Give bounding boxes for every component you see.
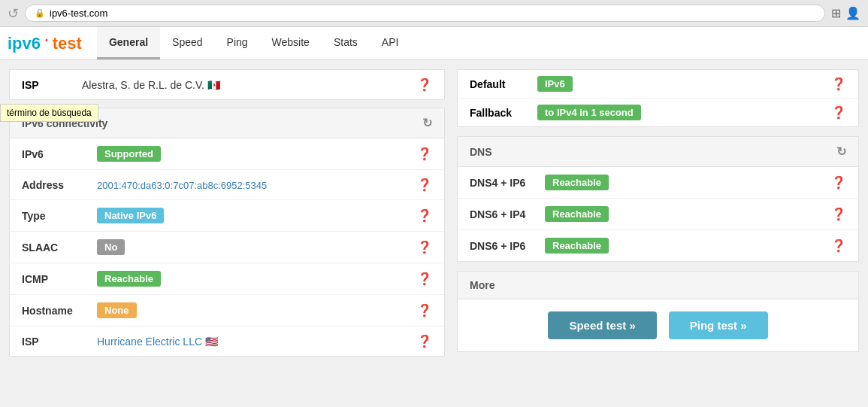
row-slaac-value: No bbox=[97, 239, 417, 255]
row-slaac: SLAAC No ❓ bbox=[10, 232, 444, 263]
search-tooltip: término de búsqueda bbox=[0, 104, 98, 122]
person-icon[interactable]: 👤 bbox=[845, 6, 860, 20]
dns6-ip6-info[interactable]: ❓ bbox=[831, 238, 846, 253]
logo: ipv6 • test bbox=[8, 34, 82, 53]
supported-badge: Supported bbox=[97, 146, 161, 162]
speed-test-button[interactable]: Speed test » bbox=[548, 311, 656, 339]
isp-label: ISP bbox=[22, 79, 82, 91]
dns-header: DNS ↻ bbox=[458, 137, 858, 167]
dns6-ip6-row: DNS6 + IP6 Reachable ❓ bbox=[458, 230, 858, 261]
row-isp-card-label: ISP bbox=[22, 336, 97, 348]
row-hostname-label: Hostname bbox=[22, 305, 97, 317]
row-type-label: Type bbox=[22, 210, 97, 222]
fallback-value: to IPv4 in 1 second bbox=[537, 105, 831, 120]
row-isp-card-info[interactable]: ❓ bbox=[417, 334, 432, 348]
tab-api[interactable]: API bbox=[370, 27, 411, 59]
fallback-badge: to IPv4 in 1 second bbox=[537, 105, 641, 120]
row-address-info[interactable]: ❓ bbox=[417, 178, 432, 192]
logo-ipv6: ipv6 bbox=[8, 34, 41, 53]
ipv6-connectivity-card: IPv6 connectivity ↻ IPv6 Supported ❓ Add… bbox=[9, 108, 445, 357]
type-badge: Native IPv6 bbox=[97, 208, 164, 223]
dns6-ip4-label: DNS6 + IP4 bbox=[470, 208, 545, 220]
row-type-value: Native IPv6 bbox=[97, 208, 417, 223]
fallback-row: Fallback to IPv4 in 1 second ❓ bbox=[458, 99, 858, 126]
row-icmp-info[interactable]: ❓ bbox=[417, 272, 432, 286]
address-bar[interactable]: 🔒 ipv6-test.com bbox=[25, 5, 825, 22]
right-panel: Default IPv6 ❓ Fallback to IPv4 in 1 sec… bbox=[457, 69, 859, 366]
address-link[interactable]: 2001:470:da63:0:7c07:ab8c:6952:5345 bbox=[97, 180, 267, 191]
isp-info-icon[interactable]: ❓ bbox=[417, 77, 432, 92]
browser-icons: ⊞ 👤 bbox=[831, 6, 860, 20]
back-button[interactable]: ↺ bbox=[8, 5, 19, 22]
row-ipv6-info[interactable]: ❓ bbox=[417, 147, 432, 161]
tab-stats[interactable]: Stats bbox=[322, 27, 370, 59]
connection-section: Default IPv6 ❓ Fallback to IPv4 in 1 sec… bbox=[457, 69, 859, 127]
dns6-ip4-value: Reachable bbox=[545, 206, 831, 222]
dns-refresh-icon[interactable]: ↻ bbox=[836, 144, 846, 159]
row-type: Type Native IPv6 ❓ bbox=[10, 200, 444, 232]
dns6-ip4-row: DNS6 + IP4 Reachable ❓ bbox=[458, 199, 858, 230]
dns6-ip6-value: Reachable bbox=[545, 238, 831, 254]
isp-value: Alestra, S. de R.L. de C.V. 🇲🇽 bbox=[82, 79, 417, 91]
dns-section: DNS ↻ DNS4 + IP6 Reachable ❓ DNS6 + IP4 … bbox=[457, 136, 859, 262]
slaac-badge: No bbox=[97, 239, 125, 255]
row-hostname-info[interactable]: ❓ bbox=[417, 303, 432, 317]
fallback-label: Fallback bbox=[470, 107, 537, 119]
row-type-info[interactable]: ❓ bbox=[417, 208, 432, 223]
hostname-badge: None bbox=[97, 302, 137, 318]
row-icmp-value: Reachable bbox=[97, 271, 417, 287]
tab-speed[interactable]: Speed bbox=[160, 27, 214, 59]
icmp-badge: Reachable bbox=[97, 271, 161, 287]
logo-test: test bbox=[53, 34, 82, 53]
dns6-ip4-badge: Reachable bbox=[545, 206, 609, 222]
dns4-ip6-value: Reachable bbox=[545, 175, 831, 190]
row-icmp: ICMP Reachable ❓ bbox=[10, 263, 444, 295]
dns4-ip6-label: DNS4 + IP6 bbox=[470, 177, 545, 189]
dns4-ip6-row: DNS4 + IP6 Reachable ❓ bbox=[458, 167, 858, 199]
nav-bar: ipv6 • test General Speed Ping Website S… bbox=[0, 27, 868, 60]
default-label: Default bbox=[470, 78, 537, 90]
row-isp-card-value: Hurricane Electric LLC 🇺🇸 bbox=[97, 336, 417, 348]
tab-ping[interactable]: Ping bbox=[215, 27, 260, 59]
main-content: ISP Alestra, S. de R.L. de C.V. 🇲🇽 ❓ IPv… bbox=[0, 60, 868, 375]
row-icmp-label: ICMP bbox=[22, 273, 97, 285]
fallback-info[interactable]: ❓ bbox=[831, 105, 846, 120]
row-address-label: Address bbox=[22, 179, 97, 191]
tab-website[interactable]: Website bbox=[260, 27, 322, 59]
isp-row: ISP Alestra, S. de R.L. de C.V. 🇲🇽 ❓ bbox=[9, 69, 445, 100]
more-header: More bbox=[458, 272, 858, 299]
row-slaac-info[interactable]: ❓ bbox=[417, 240, 432, 254]
logo-dot: • bbox=[45, 35, 48, 44]
dns6-ip6-badge: Reachable bbox=[545, 238, 609, 254]
default-badge: IPv6 bbox=[537, 76, 573, 92]
row-isp-card: ISP Hurricane Electric LLC 🇺🇸 ❓ bbox=[10, 327, 444, 356]
ping-test-button[interactable]: Ping test » bbox=[669, 311, 768, 339]
tab-general[interactable]: General bbox=[97, 27, 160, 59]
lock-icon: 🔒 bbox=[35, 8, 45, 18]
grid-icon[interactable]: ⊞ bbox=[831, 6, 841, 20]
default-info[interactable]: ❓ bbox=[831, 77, 846, 91]
nav-tabs: General Speed Ping Website Stats API bbox=[97, 27, 410, 59]
row-ipv6: IPv6 Supported ❓ bbox=[10, 138, 444, 170]
dns4-ip6-badge: Reachable bbox=[545, 175, 609, 190]
more-body: Speed test » Ping test » bbox=[458, 299, 858, 351]
row-address: Address 2001:470:da63:0:7c07:ab8c:6952:5… bbox=[10, 170, 444, 200]
row-hostname-value: None bbox=[97, 302, 417, 318]
dns6-ip4-info[interactable]: ❓ bbox=[831, 207, 846, 221]
dns6-ip6-label: DNS6 + IP6 bbox=[470, 240, 545, 252]
row-address-value: 2001:470:da63:0:7c07:ab8c:6952:5345 bbox=[97, 179, 417, 191]
browser-bar: ↺ 🔒 ipv6-test.com ⊞ 👤 bbox=[0, 0, 868, 27]
row-ipv6-value: Supported bbox=[97, 146, 417, 162]
default-row: Default IPv6 ❓ bbox=[458, 70, 858, 99]
row-slaac-label: SLAAC bbox=[22, 241, 97, 254]
dns4-ip6-info[interactable]: ❓ bbox=[831, 175, 846, 190]
url-text: ipv6-test.com bbox=[50, 8, 107, 19]
more-section: More Speed test » Ping test » bbox=[457, 271, 859, 352]
default-value: IPv6 bbox=[537, 76, 831, 92]
refresh-icon[interactable]: ↻ bbox=[422, 116, 432, 130]
row-ipv6-label: IPv6 bbox=[22, 148, 97, 160]
row-hostname: Hostname None ❓ bbox=[10, 295, 444, 327]
